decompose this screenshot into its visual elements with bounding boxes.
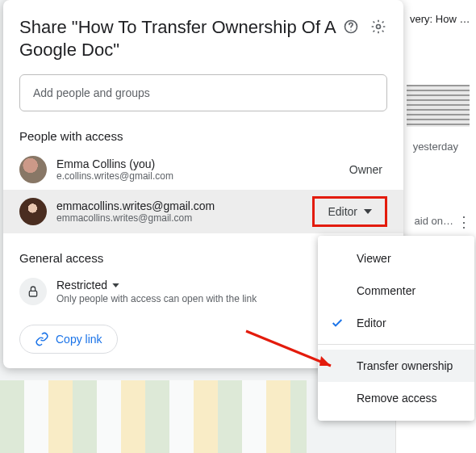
menu-item-remove-access[interactable]: Remove access — [318, 382, 474, 414]
menu-item-editor-label: Editor — [357, 317, 386, 329]
role-owner-label: Owner — [349, 163, 387, 176]
bg-yesterday-text: yesterday — [413, 141, 458, 153]
gear-icon[interactable] — [370, 18, 387, 36]
restricted-dropdown[interactable]: Restricted — [56, 279, 257, 292]
copy-link-button[interactable]: Copy link — [19, 325, 118, 354]
check-icon — [331, 317, 344, 329]
svg-point-1 — [350, 30, 351, 31]
menu-item-commenter[interactable]: Commenter — [318, 275, 474, 307]
help-icon[interactable] — [342, 18, 360, 36]
role-dropdown-label: Editor — [328, 205, 357, 218]
menu-item-editor[interactable]: Editor — [318, 307, 474, 339]
avatar — [19, 198, 47, 225]
link-icon — [35, 332, 49, 346]
people-with-access-heading: People with access — [3, 111, 403, 149]
menu-item-transfer-ownership[interactable]: Transfer ownership — [318, 350, 474, 382]
menu-item-viewer[interactable]: Viewer — [318, 242, 474, 275]
person-email: e.collins.writes@gmail.com — [56, 170, 340, 182]
highlight-box: Editor — [312, 196, 387, 227]
role-dropdown[interactable]: Editor — [319, 200, 380, 223]
person-row-owner: Emma Collins (you) e.collins.writes@gmai… — [3, 149, 403, 190]
lock-icon — [19, 278, 47, 305]
person-name: Emma Collins (you) — [56, 157, 340, 170]
bg-spreadsheet-thumb — [0, 380, 307, 453]
restricted-label: Restricted — [56, 279, 107, 292]
copy-link-label: Copy link — [56, 333, 102, 346]
svg-point-2 — [377, 25, 381, 29]
bg-thumbnail — [407, 85, 470, 127]
svg-rect-3 — [29, 291, 36, 296]
menu-divider — [318, 344, 474, 345]
bg-more-icon[interactable]: ⋮ — [457, 213, 471, 231]
bg-doc-title: very: How … — [410, 13, 470, 25]
bg-paid-text: aid on… — [415, 215, 453, 227]
avatar — [19, 156, 47, 183]
add-people-input[interactable]: Add people and groups — [19, 74, 387, 111]
caret-down-icon — [112, 283, 119, 287]
person-email: emmacollins.writes@gmail.com — [56, 212, 303, 224]
caret-down-icon — [364, 209, 372, 214]
restricted-subtext: Only people with access can open with th… — [56, 293, 257, 304]
dialog-title: Share "How To Transfer Ownership Of A Go… — [19, 16, 342, 61]
role-menu: Viewer Commenter Editor Transfer ownersh… — [318, 236, 474, 421]
person-name: emmacollins.writes@gmail.com — [56, 199, 303, 212]
person-row-editor: emmacollins.writes@gmail.com emmacollins… — [3, 190, 403, 233]
